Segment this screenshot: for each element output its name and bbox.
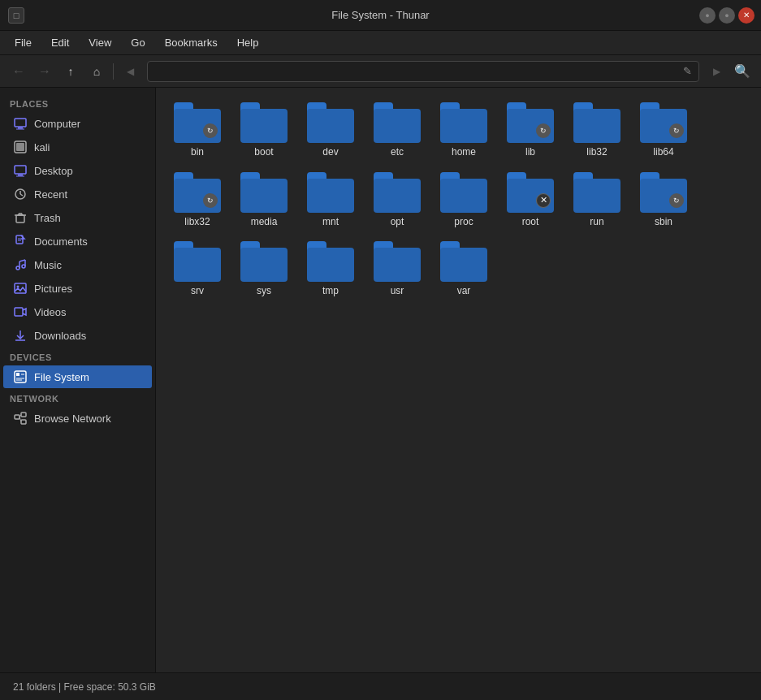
folder-icon-wrapper [307,241,354,282]
svg-rect-35 [21,413,26,417]
folder-name: root [522,216,539,229]
folder-item[interactable]: usr [365,236,429,303]
sidebar-label-recent: Recent [34,188,67,201]
menu-edit[interactable]: Edit [43,34,77,51]
sidebar-item-computer[interactable]: Computer [3,112,152,135]
folder-item[interactable]: proc [432,167,495,234]
next-button[interactable]: ▶ [704,60,729,83]
folder-item[interactable]: ✕root [499,167,562,234]
folder-name: boot [254,146,273,159]
sidebar-item-trash[interactable]: Trash [3,206,152,229]
svg-rect-2 [16,129,24,130]
folder-name: sbin [655,216,672,229]
menu-go[interactable]: Go [123,34,153,51]
folder-name: sys [257,285,271,298]
maximize-button[interactable]: ● [719,7,735,24]
folder-item[interactable]: ↻lib [499,97,562,164]
folder-item[interactable]: boot [232,97,296,164]
address-input[interactable] [154,65,683,77]
file-grid: ↻binbootdevetchome↻liblib32↻lib64↻libx32… [166,97,751,303]
prev-button[interactable]: ◀ [118,60,142,83]
search-button[interactable]: 🔍 [730,60,755,83]
folder-icon-wrapper [374,241,421,282]
toolbar: ← → ↑ ⌂ ◀ ✎ ▶ 🔍 [0,55,761,88]
up-button[interactable]: ↑ [58,60,83,83]
window-title: File System - Thunar [331,9,429,21]
sidebar-item-filesystem[interactable]: File System [3,365,152,388]
folder-item[interactable]: etc [365,97,429,164]
pictures-icon [13,281,28,296]
folder-item[interactable]: lib32 [565,97,629,164]
folder-item[interactable]: home [432,97,495,164]
menu-bookmarks[interactable]: Bookmarks [157,34,226,51]
browse-network-icon [13,411,28,426]
folder-name: tmp [322,285,339,298]
sidebar-label-videos: Videos [34,306,67,318]
folder-icon-wrapper [307,172,354,213]
folder-icon-wrapper [240,241,288,282]
content-area: ↻binbootdevetchome↻liblib32↻lib64↻libx32… [156,88,761,672]
sidebar-item-recent[interactable]: Recent [3,183,152,205]
computer-icon [13,116,28,131]
folder-name: proc [454,216,473,229]
search-icon: 🔍 [734,63,750,79]
folder-name: bin [191,146,204,159]
window-controls: ● ● ✕ [699,7,755,24]
sidebar-item-desktop[interactable]: Desktop [3,159,152,182]
back-button[interactable]: ← [6,60,31,83]
folder-icon-wrapper [440,172,487,213]
network-label: Network [0,389,155,406]
folder-arrow-overlay: ↻ [203,193,218,208]
home-icon: ⌂ [93,65,100,78]
folder-x-overlay: ✕ [536,193,551,208]
folder-item[interactable]: tmp [299,236,362,303]
address-edit-icon[interactable]: ✎ [683,65,692,77]
folder-item[interactable]: dev [299,97,362,164]
folder-item[interactable]: ↻libx32 [166,167,229,234]
folder-icon-wrapper [240,102,288,143]
statusbar-text: 21 folders | Free space: 50.3 GiB [13,681,156,693]
close-button[interactable]: ✕ [738,7,755,24]
folder-item[interactable]: srv [166,236,229,303]
forward-button[interactable]: → [32,60,57,83]
sidebar-item-browsenetwork[interactable]: Browse Network [3,407,152,430]
trash-icon [13,210,28,225]
folder-icon-wrapper [307,102,354,143]
home-button[interactable]: ⌂ [84,60,109,83]
folder-item[interactable]: mnt [299,167,362,234]
sidebar-item-music[interactable]: Music [3,253,152,276]
folder-item[interactable]: run [565,167,629,234]
sidebar-item-downloads[interactable]: Downloads [3,324,152,347]
sidebar-label-trash: Trash [34,212,61,224]
svg-rect-0 [15,119,26,127]
svg-line-10 [20,194,23,196]
folder-name: home [452,146,476,159]
sidebar-item-pictures[interactable]: Pictures [3,277,152,300]
minimize-button[interactable]: ● [699,7,716,24]
folder-item[interactable]: ↻bin [166,97,229,164]
folder-arrow-overlay: ↻ [669,193,684,208]
folder-item[interactable]: ↻sbin [632,167,695,234]
folder-icon-wrapper: ↻ [640,172,687,213]
sidebar-item-kali[interactable]: kali [3,136,152,158]
desktop-icon [13,163,28,178]
svg-rect-29 [15,371,26,382]
folder-name: lib64 [653,146,673,159]
folder-item[interactable]: ↻lib64 [632,97,695,164]
folder-item[interactable]: sys [232,236,296,303]
folder-arrow-overlay: ↻ [669,123,684,138]
svg-rect-11 [16,215,24,223]
menu-file[interactable]: File [6,34,40,51]
sidebar-label-computer: Computer [34,118,80,130]
folder-item[interactable]: var [432,236,495,303]
music-icon [13,257,28,272]
menu-help[interactable]: Help [229,34,267,51]
address-bar[interactable]: ✎ [147,61,699,82]
menu-view[interactable]: View [80,34,119,51]
sidebar-item-documents[interactable]: Documents [3,230,152,253]
sidebar-item-videos[interactable]: Videos [3,300,152,323]
folder-item[interactable]: media [232,167,296,234]
svg-rect-5 [15,166,26,174]
titlebar: □ File System - Thunar ● ● ✕ [0,0,761,31]
folder-item[interactable]: opt [365,167,429,234]
